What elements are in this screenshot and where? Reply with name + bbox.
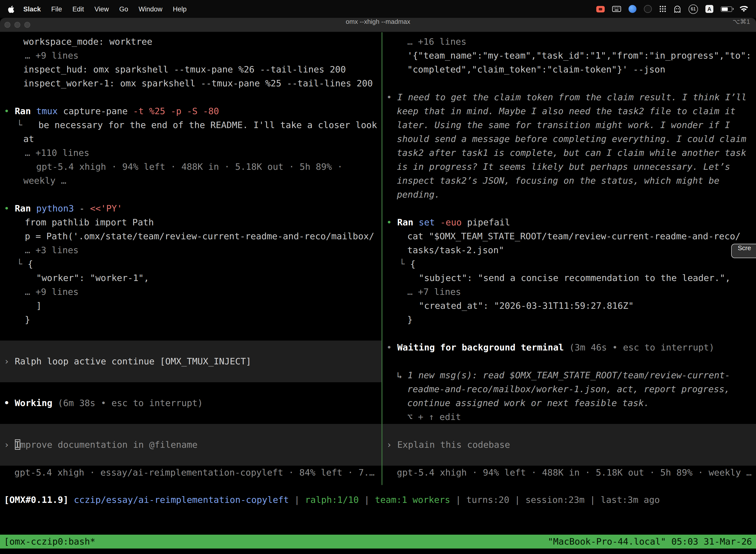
terminal-content: workspace_mode: worktree… +9 linesinspec… bbox=[0, 32, 756, 535]
terminal-line: at bbox=[0, 132, 381, 146]
terminal-line: "created_at": "2026-03-31T11:59:27.816Z" bbox=[382, 299, 756, 313]
tmux-status-bar: [omx-cczip0:bash* "MacBook-Pro-44.local"… bbox=[0, 535, 756, 549]
terminal-line: tasks/task-2.json" bbox=[382, 243, 756, 257]
battery-percentage-value: 61 bbox=[691, 6, 696, 11]
terminal-line bbox=[0, 424, 381, 438]
terminal-line: … +9 lines bbox=[0, 49, 381, 63]
right-terminal-pane[interactable]: … +16 lines'{"team_name":"my-team","task… bbox=[382, 32, 756, 482]
terminal-line: … +7 lines bbox=[382, 285, 756, 299]
terminal-line: task2 after task1 is complete, but can I… bbox=[382, 146, 756, 160]
terminal-line: inspect task2’s JSON, focusing on the st… bbox=[382, 174, 756, 188]
tmux-host-clock: "MacBook-Pro-44.local" 05:03 31-Mar-26 bbox=[548, 535, 752, 549]
menu-item-view[interactable]: View bbox=[94, 5, 109, 13]
terminal-line: readme-and-reco/mailbox/worker-1.json, a… bbox=[382, 382, 756, 396]
keyboard-icon[interactable] bbox=[612, 6, 621, 12]
terminal-line: gpt-5.4 xhigh · essay/ai-reimplementatio… bbox=[0, 466, 381, 480]
terminal-line: '{"team_name":"my-team","task_id":"1","f… bbox=[382, 49, 756, 63]
apps-grid-icon[interactable] bbox=[659, 5, 666, 12]
terminal-line: • Ran set -euo pipefail bbox=[382, 215, 756, 229]
menu-item-go[interactable]: Go bbox=[119, 5, 128, 13]
terminal-line: • Ran tmux capture-pane -t %25 -p -S -80 bbox=[0, 104, 381, 118]
active-app-name[interactable]: Slack bbox=[23, 5, 41, 13]
terminal-line: inspect_worker-1: omx sparkshell --tmux-… bbox=[0, 76, 381, 90]
terminal-line: ⌥ + ↑ edit bbox=[382, 410, 756, 424]
terminal-line: } bbox=[0, 313, 381, 327]
terminal-line: gpt-5.4 xhigh · 94% left · 488K in · 5.1… bbox=[382, 466, 756, 480]
terminal-line: ] bbox=[0, 299, 381, 313]
menu-bar-status-icons: 61 A bbox=[596, 4, 748, 14]
recording-stop-glyph bbox=[599, 8, 602, 10]
menu-item-help[interactable]: Help bbox=[173, 5, 187, 13]
terminal-line: should send a message before completing … bbox=[382, 132, 756, 146]
terminal-line: later. Using the same for transition mig… bbox=[382, 118, 756, 132]
terminal-line: keep that in mind. Maybe I also need the… bbox=[382, 104, 756, 118]
terminal-line bbox=[382, 76, 756, 90]
terminal-line bbox=[382, 202, 756, 215]
terminal-line: weekly … bbox=[0, 174, 381, 188]
tmux-session-label: [omx-cczip0:bash* bbox=[4, 535, 95, 549]
omx-status-line: [OMX#0.11.9] cczip/essay/ai-reimplementa… bbox=[0, 493, 756, 507]
terminal-line: inspect_hud: omx sparkshell --tmux-pane … bbox=[0, 63, 381, 76]
terminal-line: └ { bbox=[382, 257, 756, 271]
input-source-letter: A bbox=[707, 6, 711, 12]
terminal-line: [OMX#0.11.9] cczip/essay/ai-reimplementa… bbox=[0, 493, 756, 507]
terminal-line: from pathlib import Path bbox=[0, 215, 381, 229]
terminal-line: continue assigned work or next feasible … bbox=[382, 396, 756, 410]
window-shortcut-hint: ⌥⌘1 bbox=[733, 18, 750, 32]
terminal-line bbox=[0, 368, 381, 382]
terminal-line: pending. bbox=[382, 188, 756, 202]
screen: Slack File Edit View Go Window Help 61 A bbox=[0, 0, 756, 554]
terminal-line bbox=[0, 340, 381, 354]
window-title-bar[interactable]: omx --xhigh --madmax ⌥⌘1 bbox=[0, 18, 756, 32]
terminal-line: "completed","claim_token":"claim-token"}… bbox=[382, 63, 756, 76]
terminal-line: • Waiting for background terminal (3m 46… bbox=[382, 340, 756, 354]
terminal-line bbox=[382, 327, 756, 340]
terminal-line bbox=[0, 452, 381, 466]
terminal-line: cat "$OMX_TEAM_STATE_ROOT/team/review-cu… bbox=[382, 229, 756, 243]
blue-app-icon[interactable] bbox=[629, 5, 636, 13]
terminal-line: ↳ 1 new msg(s): read $OMX_TEAM_STATE_ROO… bbox=[382, 368, 756, 382]
terminal-line: • Working (6m 38s • esc to interrupt) bbox=[0, 396, 381, 410]
terminal-line: } bbox=[382, 313, 756, 327]
terminal-line: p = Path('.omx/state/team/review-current… bbox=[0, 229, 381, 243]
menu-item-edit[interactable]: Edit bbox=[72, 5, 84, 13]
terminal-line bbox=[0, 90, 381, 104]
input-line[interactable]: › Ralph loop active continue [OMX_TMUX_I… bbox=[0, 354, 381, 368]
terminal-line: … +3 lines bbox=[0, 243, 381, 257]
menu-item-window[interactable]: Window bbox=[139, 5, 163, 13]
terminal-line: • I need to get the claim token from the… bbox=[382, 90, 756, 104]
screen-overlay-button[interactable]: Scre bbox=[732, 244, 756, 258]
terminal-line bbox=[0, 188, 381, 202]
screen-recording-indicator-icon[interactable] bbox=[596, 6, 605, 12]
battery-percentage-badge[interactable]: 61 bbox=[689, 4, 698, 14]
window-title: omx --xhigh --madmax bbox=[0, 18, 756, 32]
terminal-line: └ { bbox=[0, 257, 381, 271]
terminal-line: … +9 lines bbox=[0, 285, 381, 299]
terminal-line: "subject": "send a concise recommendatio… bbox=[382, 271, 756, 285]
terminal-window: omx --xhigh --madmax ⌥⌘1 workspace_mode:… bbox=[0, 18, 756, 549]
dark-circle-app-icon[interactable] bbox=[644, 5, 652, 13]
terminal-line: workspace_mode: worktree bbox=[0, 35, 381, 49]
app-menus: Slack File Edit View Go Window Help bbox=[23, 5, 187, 13]
input-source-icon[interactable]: A bbox=[705, 5, 713, 13]
terminal-line: gpt-5.4 xhigh · 94% left · 488K in · 5.1… bbox=[0, 160, 381, 174]
terminal-line: "worker": "worker-1", bbox=[0, 271, 381, 285]
wifi-icon[interactable] bbox=[740, 6, 748, 12]
ghost-terminal-icon[interactable] bbox=[674, 5, 681, 13]
terminal-line: … +16 lines bbox=[382, 35, 756, 49]
left-terminal-pane[interactable]: workspace_mode: worktree… +9 linesinspec… bbox=[0, 32, 381, 482]
terminal-line bbox=[0, 382, 381, 396]
battery-nub bbox=[733, 8, 734, 10]
terminal-line bbox=[382, 354, 756, 368]
battery-icon[interactable] bbox=[721, 6, 732, 12]
input-line[interactable]: › Improve documentation in @filename bbox=[0, 438, 381, 452]
terminal-line: … +110 lines bbox=[0, 146, 381, 160]
terminal-line: is in progress? It seems likely but perh… bbox=[382, 160, 756, 174]
terminal-line bbox=[0, 327, 381, 340]
terminal-line bbox=[382, 424, 756, 438]
input-line[interactable]: › Explain this codebase bbox=[382, 438, 756, 452]
menu-bar: Slack File Edit View Go Window Help 61 A bbox=[0, 0, 756, 18]
terminal-line bbox=[382, 452, 756, 466]
apple-menu-icon[interactable] bbox=[8, 5, 14, 13]
menu-item-file[interactable]: File bbox=[51, 5, 62, 13]
